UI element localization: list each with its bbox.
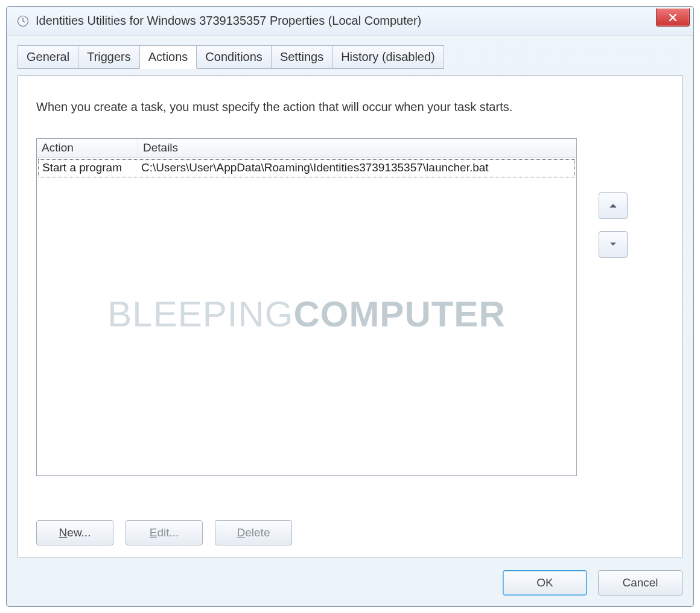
dialog-buttons: OK Cancel	[503, 570, 682, 596]
ok-button[interactable]: OK	[503, 570, 587, 596]
move-down-button[interactable]	[599, 231, 628, 258]
close-icon	[669, 14, 677, 21]
list-header: Action Details	[37, 139, 576, 158]
chevron-up-icon	[609, 203, 617, 208]
delete-button-rest: elete	[245, 526, 270, 539]
titlebar[interactable]: Identities Utilities for Windows 3739135…	[7, 7, 693, 36]
window-title: Identities Utilities for Windows 3739135…	[36, 14, 421, 28]
actions-panel: When you create a task, you must specify…	[18, 75, 682, 558]
edit-button[interactable]: Edit...	[126, 520, 203, 545]
properties-dialog: Identities Utilities for Windows 3739135…	[6, 6, 694, 607]
panel-description: When you create a task, you must specify…	[36, 100, 664, 114]
watermark-part1: BLEEPING	[107, 294, 293, 334]
tab-actions[interactable]: Actions	[139, 45, 197, 69]
new-button[interactable]: New...	[36, 520, 113, 545]
content-row: Action Details Start a program C:\Users\…	[36, 138, 664, 476]
close-button[interactable]	[656, 8, 690, 27]
tab-general[interactable]: General	[18, 45, 78, 69]
tab-settings[interactable]: Settings	[271, 45, 332, 69]
action-buttons-row: New... Edit... Delete	[36, 520, 292, 545]
delete-button[interactable]: Delete	[215, 520, 292, 545]
watermark: BLEEPINGCOMPUTER	[107, 293, 505, 335]
column-header-action[interactable]: Action	[37, 139, 138, 157]
cell-details: C:\Users\User\AppData\Roaming\Identities…	[138, 160, 492, 177]
edit-button-rest: dit...	[157, 526, 179, 539]
reorder-buttons	[599, 192, 628, 270]
tab-strip: General Triggers Actions Conditions Sett…	[7, 36, 693, 68]
tab-triggers[interactable]: Triggers	[78, 45, 140, 69]
tab-conditions[interactable]: Conditions	[196, 45, 272, 69]
chevron-down-icon	[609, 242, 617, 247]
list-row[interactable]: Start a program C:\Users\User\AppData\Ro…	[38, 159, 575, 177]
actions-list[interactable]: Action Details Start a program C:\Users\…	[36, 138, 577, 476]
move-up-button[interactable]	[599, 192, 628, 219]
column-header-details[interactable]: Details	[138, 139, 576, 157]
cell-action: Start a program	[39, 160, 138, 177]
cancel-button[interactable]: Cancel	[598, 570, 682, 596]
task-scheduler-icon	[16, 14, 30, 28]
watermark-part2: COMPUTER	[293, 294, 505, 334]
new-button-rest: ew...	[67, 526, 91, 539]
tab-history[interactable]: History (disabled)	[332, 45, 444, 69]
